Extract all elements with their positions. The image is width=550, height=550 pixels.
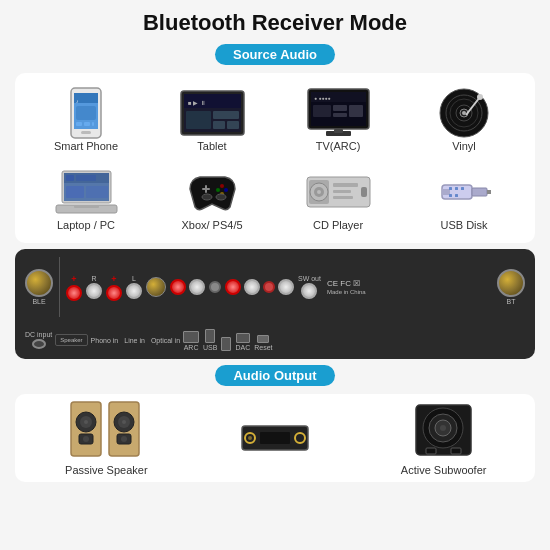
gnd-screw — [209, 281, 221, 293]
svg-point-46 — [220, 184, 224, 188]
laptop-icon — [49, 164, 124, 219]
svg-point-75 — [83, 436, 89, 442]
rca-phono-r — [170, 279, 186, 295]
tablet-label: Tablet — [197, 140, 226, 152]
usb-port-area-1: USB — [203, 329, 217, 351]
phono-label-area: Phono in — [91, 337, 119, 344]
usb-icon — [427, 164, 502, 219]
usb-label: USB Disk — [440, 219, 487, 231]
svg-text:● ●●●●: ● ●●●● — [314, 95, 331, 101]
source-item-tablet: ■ ▶ ⏸ Tablet — [151, 81, 273, 156]
svg-point-79 — [122, 420, 126, 424]
svg-rect-26 — [334, 129, 343, 133]
gamepad-icon — [175, 164, 250, 219]
ble-knob — [25, 269, 53, 297]
line-in-group — [225, 279, 294, 295]
usb-port-1 — [205, 329, 215, 343]
svg-point-47 — [216, 188, 220, 192]
gamepad-label: Xbox/ PS4/5 — [181, 219, 242, 231]
svg-rect-69 — [455, 194, 458, 197]
digital-ports: ARC USB DAC — [183, 329, 272, 351]
usb-port-area-2 — [221, 337, 231, 351]
smartphone-icon: ♪ — [49, 85, 124, 140]
output-item-device — [194, 418, 357, 458]
cd-icon — [301, 164, 376, 219]
rca-r — [86, 283, 102, 299]
svg-rect-85 — [260, 432, 290, 444]
svg-point-56 — [317, 190, 321, 194]
svg-point-91 — [440, 425, 446, 431]
svg-rect-58 — [333, 190, 351, 193]
phono-in-group — [170, 279, 205, 295]
svg-rect-62 — [442, 189, 450, 195]
tablet-icon: ■ ▶ ⏸ — [175, 85, 250, 140]
passive-speaker-icon — [69, 400, 144, 460]
opticalin-label-area: Optical in — [151, 337, 180, 344]
svg-rect-40 — [66, 186, 84, 198]
gnd-port — [209, 281, 221, 293]
phono-knob — [146, 277, 166, 297]
svg-rect-21 — [313, 105, 331, 117]
dc-input-area: DC input — [25, 331, 52, 349]
svg-point-34 — [477, 94, 483, 100]
output-section: Passive Speaker — [15, 394, 535, 482]
reset-btn[interactable] — [257, 335, 269, 343]
svg-rect-3 — [81, 131, 91, 134]
svg-rect-5 — [76, 106, 96, 120]
arc-port — [183, 331, 199, 343]
svg-rect-43 — [74, 205, 99, 208]
dc-port — [32, 339, 46, 349]
svg-text:■ ▶ ⏸: ■ ▶ ⏸ — [188, 100, 206, 106]
svg-rect-39 — [76, 175, 96, 181]
svg-rect-92 — [426, 448, 436, 454]
usb-port-2 — [221, 337, 231, 351]
device-section: BLE + R + — [15, 249, 535, 359]
source-item-smartphone: ♪ Smart Phone — [25, 81, 147, 156]
arc-port-area: ARC — [183, 331, 199, 351]
input-labels: Phono in Line in Optical in — [91, 337, 180, 344]
page: Bluetooth Receiver Mode Source Audio ♪ — [0, 0, 550, 550]
source-item-usb: USB Disk — [403, 160, 525, 235]
svg-rect-13 — [186, 111, 211, 129]
cert-area: CE FC ☒ Made in China — [327, 279, 366, 295]
source-item-laptop: Laptop / PC — [25, 160, 147, 235]
svg-rect-38 — [66, 175, 74, 181]
separator-1 — [59, 257, 60, 317]
source-item-gamepad: Xbox/ PS4/5 — [151, 160, 273, 235]
subwoofer-icon — [411, 400, 476, 460]
cd-label: CD Player — [313, 219, 363, 231]
laptop-label: Laptop / PC — [57, 219, 115, 231]
source-section: ♪ Smart Phone ■ ▶ ⏸ — [15, 73, 535, 243]
output-item-subwoofer: Active Subwoofer — [362, 400, 525, 476]
svg-rect-66 — [455, 187, 458, 190]
vinyl-icon — [427, 85, 502, 140]
svg-point-50 — [202, 194, 212, 200]
rca-extra-l — [278, 279, 294, 295]
source-item-vinyl: Vinyl — [403, 81, 525, 156]
svg-rect-15 — [213, 121, 225, 129]
svg-rect-59 — [333, 196, 353, 199]
source-item-cd: CD Player — [277, 160, 399, 235]
bt-port: BT — [497, 269, 525, 305]
svg-rect-24 — [349, 105, 363, 117]
sw-out-port — [301, 283, 317, 299]
svg-rect-60 — [361, 187, 367, 197]
svg-rect-67 — [461, 187, 464, 190]
rca-l — [126, 283, 142, 299]
linein-label-area: Line in — [124, 337, 145, 344]
svg-rect-22 — [333, 105, 347, 111]
speaker-out-group: + R + L — [66, 274, 142, 301]
source-badge: Source Audio — [215, 44, 335, 65]
dac-port-area: DAC — [235, 333, 250, 351]
svg-rect-7 — [84, 122, 90, 126]
port-labels-row: DC input Speaker Phono in Line in — [25, 329, 525, 351]
svg-rect-68 — [449, 194, 452, 197]
rca-extra-r — [263, 281, 275, 293]
svg-rect-64 — [487, 190, 491, 194]
rca-line-l — [244, 279, 260, 295]
svg-rect-14 — [213, 111, 239, 119]
vinyl-label: Vinyl — [452, 140, 476, 152]
subwoofer-label: Active Subwoofer — [401, 464, 487, 476]
output-badge: Audio Output — [215, 365, 334, 386]
source-grid: ♪ Smart Phone ■ ▶ ⏸ — [25, 81, 525, 235]
